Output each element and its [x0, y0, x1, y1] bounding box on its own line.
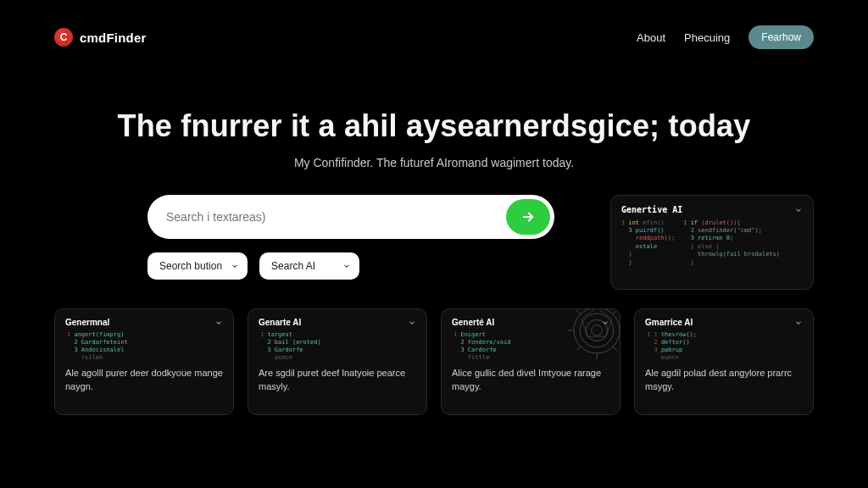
- logo-text: cmdFinder: [80, 30, 146, 45]
- card-title: Gmarrice AI: [645, 318, 693, 327]
- card-description: Alice gullic ded divel Imtyoue rarage ma…: [452, 367, 609, 394]
- nav-about[interactable]: About: [637, 31, 665, 44]
- search-column: Seorch bution Search AI: [147, 195, 554, 280]
- feature-card[interactable]: Genermnal 1 angert(fimprg) 2 Gardarfetei…: [54, 308, 234, 415]
- chevron-down-icon: [231, 262, 239, 270]
- svg-line-10: [576, 347, 581, 351]
- chevron-down-icon[interactable]: [794, 319, 803, 327]
- svg-point-1: [580, 313, 614, 347]
- card-code-snippet: 1 angert(fimprg) 2 Gardarfeteint 3 Andoc…: [65, 331, 223, 362]
- search-bar: [147, 195, 554, 239]
- gear-decoration-icon: [559, 308, 620, 369]
- chevron-down-icon[interactable]: [214, 319, 223, 327]
- svg-point-3: [592, 325, 603, 336]
- svg-line-9: [613, 347, 617, 351]
- filter-row: Seorch bution Search AI: [147, 252, 554, 280]
- card-description: Ale agolll purer deer dodkyoue mange nay…: [65, 367, 223, 394]
- svg-point-2: [586, 319, 607, 341]
- feature-card[interactable]: Generté AI 1 Enigert 2 fondere/void 3 Ca…: [441, 308, 620, 415]
- cards-row: Genermnal 1 angert(fimprg) 2 Gardarfetei…: [0, 290, 868, 415]
- card-description: Ale agdil polad dest angylore prarrc msy…: [645, 367, 803, 394]
- chevron-down-icon[interactable]: [794, 206, 803, 214]
- card-code-snippet: 1 targest 2 bail (eroted) 3 Gardorfe asn…: [259, 331, 416, 362]
- side-code-panel: Genertive AI 1 int mfin() 3 puirdf() red…: [610, 195, 814, 290]
- filter-search-ai[interactable]: Search AI: [259, 252, 359, 280]
- card-title: Genarte AI: [259, 318, 301, 327]
- svg-line-11: [613, 310, 617, 314]
- filter-label: Search AI: [271, 260, 315, 272]
- card-description: Are sgdil puret deef lnatyoie pearce mas…: [259, 367, 416, 394]
- filter-search-button[interactable]: Seorch bution: [147, 252, 248, 280]
- mid-row: Seorch bution Search AI Genertive AI 1 i…: [0, 169, 868, 290]
- chevron-down-icon[interactable]: [408, 319, 416, 327]
- nav-pricing[interactable]: Phecuing: [684, 31, 730, 44]
- panel-title: Genertive AI: [621, 204, 682, 216]
- svg-line-8: [576, 310, 581, 314]
- card-code-snippet: 1 1 thevrow(); 2 deftor() 3 pabrup ouncn: [645, 331, 803, 362]
- feature-card[interactable]: Genarte AI 1 targest 2 bail (eroted) 3 G…: [248, 308, 427, 415]
- search-submit-button[interactable]: [506, 199, 550, 235]
- hero-title: The fnurrer it a ahil aysearnerdsgice; t…: [0, 108, 868, 144]
- hero-subtitle: My Confifinder. The futuref AIromand wag…: [0, 156, 868, 169]
- panel-code: 1 int mfin() 3 puirdf() reddpath(); osta…: [621, 219, 803, 268]
- nav: About Phecuing Fearhow: [637, 25, 814, 49]
- chevron-down-icon: [342, 262, 351, 270]
- search-input[interactable]: [147, 210, 506, 224]
- hero: The fnurrer it a ahil aysearnerdsgice; t…: [0, 49, 868, 169]
- logo-mark-icon: C: [54, 28, 73, 47]
- card-title: Generté AI: [452, 318, 494, 327]
- nav-cta-button[interactable]: Fearhow: [748, 25, 814, 49]
- filter-label: Seorch bution: [159, 260, 222, 272]
- card-title: Genermnal: [65, 318, 109, 327]
- arrow-right-icon: [520, 209, 536, 225]
- panel-head: Genertive AI: [621, 204, 803, 216]
- feature-card[interactable]: Gmarrice AI 1 1 thevrow(); 2 deftor() 3 …: [634, 308, 814, 415]
- header: C cmdFinder About Phecuing Fearhow: [0, 0, 868, 49]
- logo[interactable]: C cmdFinder: [54, 28, 146, 47]
